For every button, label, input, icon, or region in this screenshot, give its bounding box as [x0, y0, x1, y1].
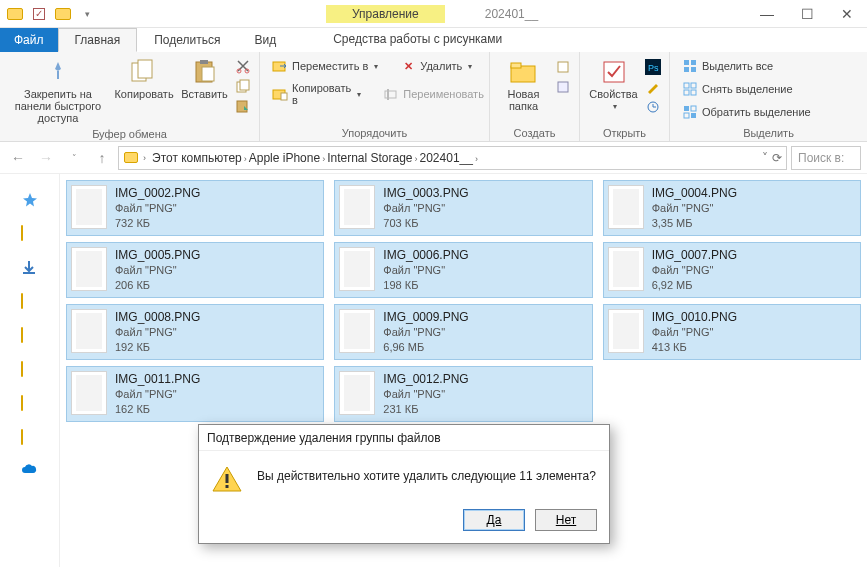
breadcrumb-segment[interactable]: Internal Storage [325, 151, 414, 165]
select-none-button[interactable]: Снять выделение [678, 79, 797, 99]
dropdown-icon[interactable]: ˅ [762, 151, 768, 165]
file-item[interactable]: IMG_0003.PNGФайл "PNG"703 КБ [334, 180, 592, 236]
back-button[interactable]: ← [6, 146, 30, 170]
folder-icon[interactable] [21, 226, 39, 242]
yes-button[interactable]: Да [463, 509, 525, 531]
file-item[interactable]: IMG_0005.PNGФайл "PNG"206 КБ [66, 242, 324, 298]
folder-icon[interactable] [21, 362, 39, 378]
paste-icon [189, 58, 221, 86]
folder-icon[interactable] [54, 5, 72, 23]
file-size: 413 КБ [652, 340, 737, 355]
pin-quick-access-button[interactable]: Закрепить на панели быстрого доступа [8, 56, 108, 126]
file-item[interactable]: IMG_0012.PNGФайл "PNG"231 КБ [334, 366, 592, 422]
close-button[interactable]: ✕ [827, 0, 867, 28]
invert-selection-button[interactable]: Обратить выделение [678, 102, 815, 122]
chevron-down-icon: ▾ [374, 62, 378, 71]
file-item[interactable]: IMG_0011.PNGФайл "PNG"162 КБ [66, 366, 324, 422]
file-type: Файл "PNG" [115, 387, 200, 402]
refresh-icon[interactable]: ⟳ [772, 151, 782, 165]
search-input[interactable]: Поиск в: [791, 146, 861, 170]
downloads-icon[interactable] [21, 260, 39, 276]
svg-rect-36 [23, 272, 35, 274]
ribbon-tabs: Файл Главная Поделиться Вид Средства раб… [0, 28, 867, 52]
select-all-button[interactable]: Выделить все [678, 56, 777, 76]
checkbox-icon[interactable]: ✓ [30, 5, 48, 23]
copy-path-icon[interactable] [235, 78, 251, 94]
tab-picture-tools[interactable]: Средства работы с рисунками [321, 28, 514, 52]
file-item[interactable]: IMG_0004.PNGФайл "PNG"3,35 МБ [603, 180, 861, 236]
new-item-icon[interactable] [555, 59, 571, 75]
file-name: IMG_0003.PNG [383, 185, 468, 201]
move-to-button[interactable]: Переместить в▾ [268, 56, 382, 76]
file-size: 3,35 МБ [652, 216, 737, 231]
folder-icon[interactable] [21, 328, 39, 344]
tab-file[interactable]: Файл [0, 28, 58, 52]
group-new-label: Создать [498, 125, 571, 139]
file-item[interactable]: IMG_0002.PNGФайл "PNG"732 КБ [66, 180, 324, 236]
file-type: Файл "PNG" [652, 263, 737, 278]
file-item[interactable]: IMG_0009.PNGФайл "PNG"6,96 МБ [334, 304, 592, 360]
file-size: 231 КБ [383, 402, 468, 417]
svg-rect-30 [684, 90, 689, 95]
breadcrumb[interactable]: › Этот компьютер›Apple iPhone›Internal S… [118, 146, 787, 170]
file-item[interactable]: IMG_0010.PNGФайл "PNG"413 КБ [603, 304, 861, 360]
file-thumbnail [71, 247, 107, 291]
folder-icon[interactable] [21, 430, 39, 446]
file-thumbnail [71, 309, 107, 353]
folder-icon[interactable] [6, 5, 24, 23]
file-type: Файл "PNG" [652, 325, 737, 340]
group-organize: Переместить в▾ ✕Удалить▾ Копировать в▾ П… [260, 52, 490, 141]
svg-rect-13 [281, 93, 287, 100]
onedrive-icon[interactable] [21, 464, 39, 480]
paste-button[interactable]: Вставить [180, 56, 229, 102]
ps-icon[interactable]: Ps [645, 59, 661, 75]
delete-button[interactable]: ✕Удалить▾ [396, 56, 476, 76]
file-name: IMG_0004.PNG [652, 185, 737, 201]
file-item[interactable]: IMG_0007.PNGФайл "PNG"6,92 МБ [603, 242, 861, 298]
svg-rect-37 [226, 474, 229, 483]
file-size: 162 КБ [115, 402, 200, 417]
folder-icon[interactable] [21, 396, 39, 412]
tab-home[interactable]: Главная [58, 28, 138, 52]
folder-icon[interactable] [21, 294, 39, 310]
history-icon[interactable] [645, 99, 661, 115]
up-button[interactable]: ↑ [90, 146, 114, 170]
tab-view[interactable]: Вид [237, 28, 293, 52]
breadcrumb-segment[interactable]: Apple iPhone [247, 151, 322, 165]
no-button[interactable]: Нет [535, 509, 597, 531]
properties-button[interactable]: Свойства▾ [588, 56, 639, 113]
easy-access-icon[interactable] [555, 79, 571, 95]
recent-button[interactable]: ˅ [62, 146, 86, 170]
minimize-button[interactable]: — [747, 0, 787, 28]
forward-button[interactable]: → [34, 146, 58, 170]
dropdown-icon[interactable]: ▾ [78, 5, 96, 23]
tab-share[interactable]: Поделиться [137, 28, 237, 52]
edit-icon[interactable] [645, 79, 661, 95]
maximize-button[interactable]: ☐ [787, 0, 827, 28]
breadcrumb-segment[interactable]: 202401__ [418, 151, 475, 165]
svg-rect-33 [691, 106, 696, 111]
ribbon: Закрепить на панели быстрого доступа Коп… [0, 52, 867, 142]
file-item[interactable]: IMG_0006.PNGФайл "PNG"198 КБ [334, 242, 592, 298]
rename-button[interactable]: Переименовать [379, 80, 488, 108]
group-select: Выделить все Снять выделение Обратить вы… [670, 52, 867, 141]
new-folder-button[interactable]: Новая папка [498, 56, 549, 114]
file-meta: IMG_0011.PNGФайл "PNG"162 КБ [115, 371, 200, 417]
file-thumbnail [71, 371, 107, 415]
file-item[interactable]: IMG_0008.PNGФайл "PNG"192 КБ [66, 304, 324, 360]
file-meta: IMG_0004.PNGФайл "PNG"3,35 МБ [652, 185, 737, 231]
svg-rect-0 [57, 71, 59, 79]
copy-to-button[interactable]: Копировать в▾ [268, 80, 365, 108]
file-type: Файл "PNG" [115, 201, 200, 216]
breadcrumb-segment[interactable]: Этот компьютер [150, 151, 244, 165]
quick-access-icon[interactable] [21, 192, 39, 208]
new-folder-icon [508, 58, 540, 86]
file-name: IMG_0011.PNG [115, 371, 200, 387]
copy-button[interactable]: Копировать [114, 56, 174, 102]
paste-shortcut-icon[interactable] [235, 98, 251, 114]
file-name: IMG_0012.PNG [383, 371, 468, 387]
cut-icon[interactable] [235, 58, 251, 74]
group-open: Свойства▾ Ps Открыть [580, 52, 670, 141]
file-meta: IMG_0009.PNGФайл "PNG"6,96 МБ [383, 309, 468, 355]
file-thumbnail [71, 185, 107, 229]
